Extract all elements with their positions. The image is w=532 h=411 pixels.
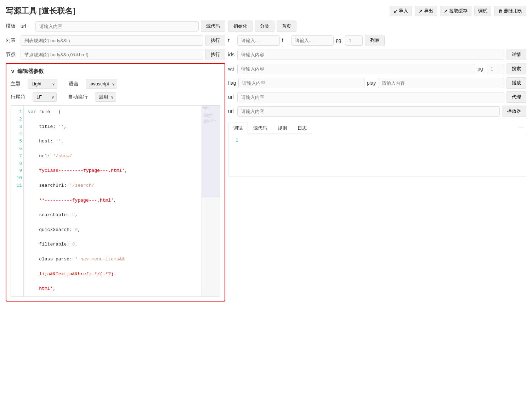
minimap: var rule = { title: '', host: '', url: '… — [202, 106, 220, 296]
tab-log[interactable]: 日志 — [292, 123, 312, 134]
tabs-row: 调试 源代码 规则 日志 — [228, 123, 312, 134]
list-label: 列表 — [6, 37, 18, 44]
wd-input[interactable] — [237, 64, 475, 74]
export-icon: ↗ — [419, 9, 423, 14]
autowrap-select[interactable]: 启用 禁用 — [95, 92, 116, 102]
url-proxy-label: url — [228, 94, 235, 100]
collapse-icon[interactable]: ∨ — [11, 68, 15, 75]
node-rule-input[interactable] — [21, 50, 203, 60]
delete-icon: 🗑 — [498, 9, 503, 14]
output-content — [240, 134, 526, 176]
tabs-header: 调试 源代码 规则 日志 — — [228, 120, 526, 134]
editor-section: ∨ 编辑器参数 主题 Light Dark Monokai 语言 — [6, 63, 225, 302]
detail-button[interactable]: 详情 — [506, 49, 526, 60]
init-button[interactable]: 初始化 — [228, 21, 253, 32]
editor-section-title: 编辑器参数 — [17, 68, 44, 75]
autowrap-select-wrapper: 启用 禁用 — [95, 92, 116, 102]
header-actions: ↙ 导入 ↗ 导出 ↗ 拉取缓存 调试 🗑 删除用例 — [390, 6, 526, 16]
import-button[interactable]: ↙ 导入 — [390, 6, 412, 16]
linefeed-select[interactable]: LF CRLF CR — [33, 92, 57, 102]
play-button[interactable]: 播放 — [506, 77, 526, 89]
ids-label: ids — [228, 52, 235, 57]
app-title: 写源工具 [道长联名] — [6, 6, 75, 16]
tab-source[interactable]: 源代码 — [248, 123, 272, 134]
theme-select-wrapper: Light Dark Monokai — [28, 79, 57, 89]
ids-input[interactable] — [237, 50, 504, 60]
delete-example-button[interactable]: 🗑 删除用例 — [494, 6, 526, 16]
template-label: 模板 — [6, 23, 18, 29]
t-label: t — [228, 38, 235, 43]
code-content[interactable]: var rule = { title: '', host: '', url: '… — [24, 106, 202, 296]
output-area: 1 — [228, 134, 526, 176]
lang-select-wrapper: javascript json html css — [86, 79, 117, 89]
linefeed-select-wrapper: LF CRLF CR — [33, 92, 57, 102]
theme-select[interactable]: Light Dark Monokai — [28, 79, 57, 89]
classify-button[interactable]: 分类 — [255, 21, 275, 32]
pg-label-1: pg — [336, 38, 343, 43]
pg-input-1[interactable] — [345, 35, 363, 46]
url-player-label: url — [228, 108, 235, 114]
linefeed-label: 行尾符 — [11, 94, 26, 100]
play-label: play — [367, 80, 376, 86]
url-player-input[interactable] — [237, 106, 500, 117]
source-code-button[interactable]: 源代码 — [201, 21, 225, 32]
code-editor[interactable]: 1 2 3 4 5 6 7 8 9 10 11 — [11, 105, 220, 297]
debug-button[interactable]: 调试 — [474, 6, 491, 16]
search-button[interactable]: 搜索 — [506, 63, 526, 74]
f-label: f — [282, 38, 289, 43]
node-label: 节点 — [6, 51, 18, 58]
pg-input-2[interactable] — [487, 64, 504, 74]
tab-debug[interactable]: 调试 — [228, 123, 248, 134]
f-input[interactable] — [291, 35, 334, 46]
line-numbers: 1 2 3 4 5 6 7 8 9 10 11 — [11, 106, 24, 296]
theme-label: 主题 — [11, 81, 21, 87]
autowrap-label: 自动换行 — [68, 94, 88, 100]
list-execute-button[interactable]: 执行 — [205, 35, 225, 46]
player-button[interactable]: 播放器 — [502, 106, 526, 117]
tab-rule[interactable]: 规则 — [272, 123, 292, 134]
wd-label: wd — [228, 66, 235, 72]
home-button[interactable]: 首页 — [277, 21, 296, 32]
output-line-numbers: 1 — [228, 134, 240, 176]
url-label-1: url — [21, 23, 33, 29]
export-button[interactable]: ↗ 导出 — [415, 6, 437, 16]
url-proxy-input[interactable] — [237, 92, 504, 102]
lang-select[interactable]: javascript json html css — [86, 79, 117, 89]
pull-cache-button[interactable]: ↗ 拉取缓存 — [440, 6, 471, 16]
import-icon: ↙ — [394, 9, 397, 14]
list-rule-input[interactable] — [21, 35, 203, 46]
collapse-output-button[interactable]: — — [515, 122, 526, 131]
list-btn[interactable]: 列表 — [365, 35, 385, 46]
flag-label: flag — [228, 80, 236, 86]
lang-label: 语言 — [69, 81, 79, 87]
t-input[interactable] — [237, 35, 280, 46]
proxy-button[interactable]: 代理 — [506, 91, 526, 103]
node-execute-button[interactable]: 执行 — [205, 49, 225, 60]
play-input[interactable] — [378, 78, 504, 88]
pull-cache-icon: ↗ — [444, 9, 448, 14]
url-input-1[interactable] — [35, 21, 199, 32]
pg-label-2: pg — [477, 66, 485, 72]
flag-input[interactable] — [238, 78, 365, 88]
